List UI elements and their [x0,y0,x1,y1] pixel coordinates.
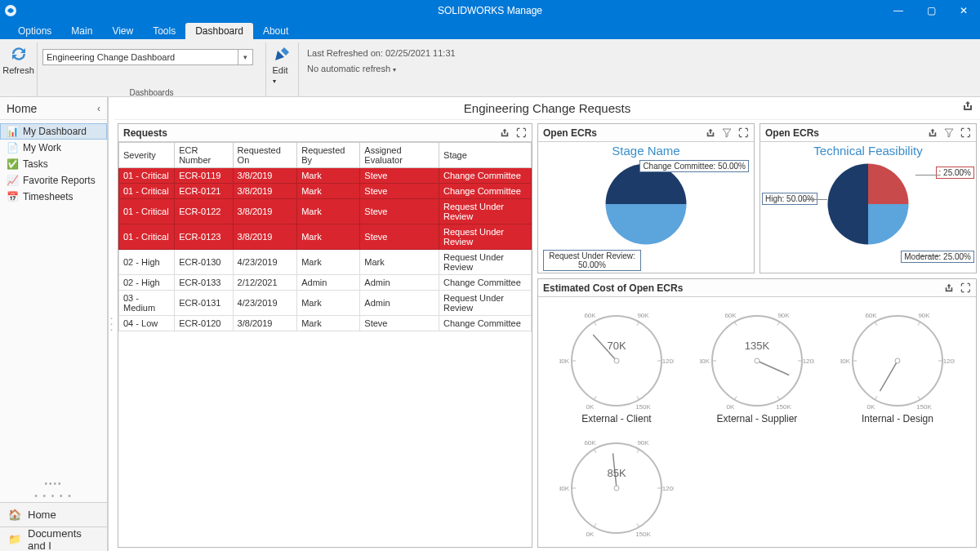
table-cell: 3/8/2019 [233,316,297,331]
sidebar-item-timesheets[interactable]: 📅Timesheets [0,189,107,205]
table-cell: 02 - High [119,250,175,275]
maximize-icon[interactable]: ⛶ [960,127,971,139]
ribbon-group-caption: Dashboards [130,88,174,97]
svg-line-24 [777,322,780,325]
export-icon[interactable] [943,282,955,294]
close-button[interactable]: ✕ [947,0,980,21]
gauges-panel: Estimated Cost of Open ECRs ⛶ 0K30K60K90… [537,278,977,548]
edit-icon [273,44,292,64]
svg-text:0K: 0K [586,531,595,537]
table-row[interactable]: 03 - MediumECR-01314/23/2019MarkAdminReq… [119,291,532,316]
export-icon[interactable] [962,100,973,112]
svg-text:0K: 0K [586,403,595,410]
table-row[interactable]: 01 - CriticalECR-01223/8/2019MarkSteveRe… [119,199,532,224]
nav-label: Tasks [23,158,48,170]
maximize-icon[interactable]: ⛶ [515,127,527,139]
sidebar-item-tasks[interactable]: ✅Tasks [0,156,107,172]
menu-view[interactable]: View [102,23,143,39]
pie1-callout-1: Change Committee: 50.00% [639,160,749,172]
pie1-chart-title: Stage Name [538,142,754,158]
svg-point-31 [755,358,760,363]
table-cell: Mark [297,250,360,275]
dashboard-selector-value: Engineering Change Dashboard [47,52,175,62]
minimize-button[interactable]: — [882,0,915,21]
menu-about[interactable]: About [253,23,298,39]
table-cell: Steve [360,184,439,199]
svg-text:150K: 150K [916,403,932,410]
table-cell: Admin [360,275,439,291]
dashboard-selector[interactable]: Engineering Change Dashboard ▾ [42,49,253,65]
requests-table[interactable]: SeverityECR NumberRequested OnRequested … [118,142,532,331]
drag-handle-icon[interactable]: •••• [0,478,107,490]
svg-text:30K: 30K [700,358,710,365]
sidebar-bottom-documents[interactable]: 📁Documents and I [0,527,107,551]
menu-dashboard[interactable]: Dashboard [185,23,253,39]
svg-line-34 [875,396,877,399]
gauge-label: External - Supplier [717,413,798,424]
table-cell: 3/8/2019 [233,199,297,224]
filter-icon[interactable] [943,127,955,139]
sidebar-item-favorite-reports[interactable]: 📈Favorite Reports [0,172,107,189]
nav-label: Timesheets [23,191,74,202]
sidebar-bottom-home[interactable]: 🏠Home [0,502,107,527]
gauges-panel-title: Estimated Cost of Open ECRs [543,282,683,294]
nav-label: My Dashboard [23,126,87,137]
table-cell: ECR-0123 [175,224,233,250]
col-header[interactable]: Severity [119,143,175,168]
col-header[interactable]: Stage [439,143,532,168]
maximize-icon[interactable]: ⛶ [737,127,749,139]
table-cell: Steve [360,168,439,184]
table-cell: ECR-0131 [175,291,233,316]
maximize-icon[interactable]: ⛶ [960,282,971,294]
content-area: Engineering Change Requests Requests ⛶ [114,97,980,551]
table-row[interactable]: 02 - HighECR-01304/23/2019MarkMarkReques… [119,250,532,275]
svg-line-8 [637,322,639,325]
sidebar-item-my-work[interactable]: 📄My Work [0,140,107,156]
table-row[interactable]: 01 - CriticalECR-01193/8/2019MarkSteveCh… [119,168,532,184]
col-header[interactable]: Requested On [233,143,297,168]
table-cell: Steve [360,199,439,224]
svg-text:120K: 120K [662,358,674,365]
table-row[interactable]: 02 - HighECR-01332/12/2021AdminAdminChan… [119,275,532,291]
table-cell: Steve [360,224,439,250]
table-row[interactable]: 01 - CriticalECR-01233/8/2019MarkSteveRe… [119,224,532,250]
svg-point-47 [895,358,900,363]
svg-line-55 [637,449,639,452]
col-header[interactable]: Requested By [297,143,360,168]
export-icon[interactable] [705,127,716,139]
export-icon[interactable] [927,127,938,139]
svg-text:150K: 150K [776,403,791,410]
svg-text:30K: 30K [840,358,851,365]
refresh-button[interactable]: Refresh [0,42,38,77]
edit-button[interactable]: Edit ▾ [270,42,296,87]
svg-line-6 [594,322,596,325]
col-header[interactable]: Assigned Evaluator [360,143,439,168]
menu-main[interactable]: Main [61,23,102,39]
table-row[interactable]: 04 - LowECR-01203/8/2019MarkSteveChange … [119,316,532,331]
pie2-callout-moderate: Moderate: 25.00% [901,251,974,263]
auto-refresh-dropdown[interactable]: No automatic refresh ▾ [307,61,456,77]
menu-options[interactable]: Options [8,23,61,39]
col-header[interactable]: ECR Number [175,143,233,168]
svg-point-62 [614,486,619,491]
table-cell: ECR-0120 [175,316,233,331]
svg-text:90K: 90K [637,439,649,447]
maximize-button[interactable]: ▢ [915,0,947,21]
nav-label: Favorite Reports [23,175,96,186]
svg-line-30 [757,361,789,375]
table-cell: Mark [297,224,360,250]
svg-text:30K: 30K [559,358,570,365]
filter-icon[interactable] [721,127,733,139]
svg-text:60K: 60K [724,312,737,319]
menu-tools[interactable]: Tools [143,23,185,39]
collapse-icon[interactable]: ‹ [97,103,100,114]
stage-name-panel: Open ECRs ⛶ Stage Name [537,123,755,273]
vertical-splitter[interactable]: ••• [108,97,114,551]
requests-panel: Requests ⛶ SeverityECR NumberRequested O… [118,123,532,548]
table-cell: Admin [297,275,360,291]
table-row[interactable]: 01 - CriticalECR-01213/8/2019MarkSteveCh… [119,184,532,199]
nav-label: Documents and I [28,527,99,552]
export-icon[interactable] [499,127,510,139]
svg-text:120K: 120K [803,358,814,365]
sidebar-item-my-dashboard[interactable]: 📊My Dashboard [0,123,107,140]
